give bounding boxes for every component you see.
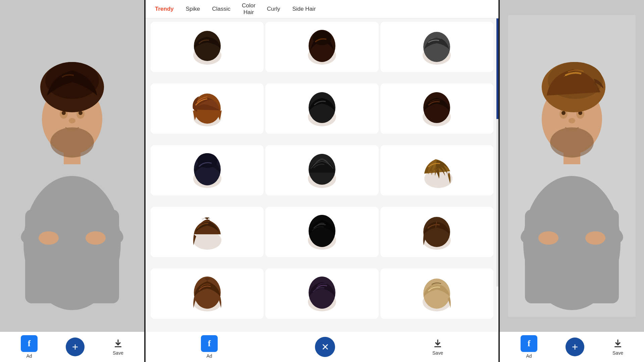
hair-style-14-svg: [304, 272, 340, 315]
left-save-icon: [113, 338, 123, 349]
right-save-button[interactable]: Save: [612, 338, 623, 356]
hair-style-2-svg: [304, 25, 340, 69]
hair-style-13-svg: [189, 272, 226, 315]
right-add-button[interactable]: +: [566, 338, 584, 356]
center-bottom-toolbar: f Ad ✕ Save: [146, 332, 498, 362]
hair-style-6-svg: [418, 87, 455, 130]
svg-rect-18: [115, 346, 121, 347]
tab-curly[interactable]: Curly: [261, 3, 286, 15]
center-save-button[interactable]: Save: [432, 338, 443, 356]
hair-style-11-svg: [304, 210, 340, 254]
hair-style-4-svg: [189, 87, 226, 130]
svg-point-6: [39, 231, 59, 245]
svg-rect-49: [434, 346, 441, 347]
hair-style-14[interactable]: [265, 268, 378, 319]
hair-style-12[interactable]: [380, 207, 493, 257]
svg-point-42: [423, 217, 450, 247]
close-button[interactable]: ✕: [315, 337, 335, 357]
scroll-thumb: [496, 18, 498, 119]
svg-point-7: [86, 231, 106, 245]
tab-color-hair[interactable]: ColorHair: [236, 1, 261, 17]
center-panel: Trendy Spike Classic ColorHair Curly Sid…: [146, 0, 498, 362]
hair-style-4[interactable]: [151, 83, 264, 134]
svg-point-56: [538, 231, 558, 245]
right-add-icon[interactable]: +: [566, 338, 584, 356]
center-facebook-icon[interactable]: f: [201, 335, 218, 352]
svg-point-31: [423, 92, 450, 123]
hair-style-13[interactable]: [151, 268, 264, 319]
tab-bar: Trendy Spike Classic ColorHair Curly Sid…: [146, 0, 498, 18]
hair-style-5[interactable]: [265, 83, 378, 134]
svg-point-65: [569, 118, 575, 123]
right-facebook-icon[interactable]: f: [521, 335, 537, 352]
left-panel: f Ad + Save: [0, 0, 144, 362]
hair-style-1-svg: [189, 25, 226, 69]
svg-point-60: [550, 127, 594, 158]
right-bottom-toolbar: f Ad + Save: [500, 332, 644, 362]
hair-style-11[interactable]: [265, 207, 378, 257]
hair-style-6[interactable]: [380, 83, 493, 134]
hair-style-9[interactable]: [380, 145, 493, 195]
center-ad-label: Ad: [206, 353, 212, 359]
left-facebook-icon[interactable]: f: [21, 335, 38, 352]
hair-grid: [146, 18, 498, 332]
left-person-photo: [0, 0, 144, 332]
svg-point-63: [561, 111, 566, 115]
hair-style-9-svg: [418, 148, 455, 192]
left-ad-label: Ad: [26, 353, 32, 359]
svg-point-10: [50, 127, 94, 158]
center-save-label: Save: [432, 350, 443, 356]
hair-style-8-svg: [304, 148, 340, 192]
center-save-icon: [432, 338, 443, 349]
right-ad-label: Ad: [526, 353, 532, 359]
hair-style-1[interactable]: [151, 22, 264, 72]
tab-trendy[interactable]: Trendy: [149, 3, 180, 15]
hair-style-3[interactable]: [380, 22, 493, 72]
hair-style-7[interactable]: [151, 145, 264, 195]
left-save-button[interactable]: Save: [113, 338, 123, 356]
hair-style-3-svg: [418, 25, 455, 69]
left-add-icon[interactable]: +: [66, 338, 85, 356]
tab-side-hair[interactable]: Side Hair: [286, 3, 322, 15]
hair-style-2[interactable]: [265, 22, 378, 72]
left-add-button[interactable]: +: [66, 338, 85, 356]
svg-point-20: [194, 31, 221, 61]
left-person-svg: [8, 15, 136, 317]
hair-style-10[interactable]: [151, 207, 264, 257]
left-save-label: Save: [113, 350, 123, 356]
right-save-label: Save: [612, 350, 623, 356]
svg-rect-68: [614, 346, 621, 347]
tab-spike[interactable]: Spike: [180, 3, 206, 15]
svg-point-25: [423, 32, 450, 62]
hair-style-10-svg: [189, 210, 226, 254]
hair-style-12-svg: [418, 210, 455, 254]
svg-point-29: [309, 92, 335, 123]
center-ad-button[interactable]: f Ad: [201, 335, 218, 359]
hair-style-8[interactable]: [265, 145, 378, 195]
hair-style-15-svg: [418, 272, 455, 315]
right-person-photo: [500, 0, 644, 332]
right-save-icon: [612, 338, 623, 349]
left-ad-button[interactable]: f Ad: [21, 335, 38, 359]
right-person-svg: [508, 15, 636, 317]
tab-classic[interactable]: Classic: [206, 3, 236, 15]
svg-point-15: [69, 118, 75, 123]
left-bottom-toolbar: f Ad + Save: [0, 332, 144, 362]
scroll-bar[interactable]: [496, 18, 498, 287]
hair-style-15[interactable]: [380, 268, 493, 319]
hair-style-7-svg: [189, 148, 226, 192]
svg-point-23: [313, 31, 331, 45]
hair-style-5-svg: [304, 87, 340, 130]
svg-point-57: [585, 231, 605, 245]
right-ad-button[interactable]: f Ad: [521, 335, 537, 359]
right-panel: f Ad + Save: [500, 0, 644, 362]
